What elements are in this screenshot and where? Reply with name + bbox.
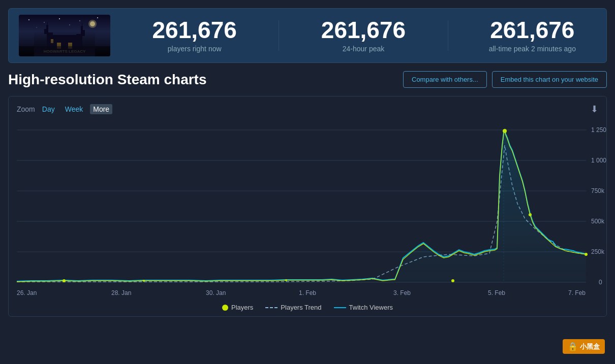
svg-rect-11 xyxy=(47,32,53,56)
svg-rect-13 xyxy=(44,29,48,34)
svg-marker-17 xyxy=(47,22,48,25)
zoom-week-button[interactable]: Week xyxy=(62,104,86,114)
svg-text:26. Jan: 26. Jan xyxy=(17,289,37,296)
zoom-more-button[interactable]: More xyxy=(90,104,112,114)
stat-alltime-peak: 261,676 all-time peak 2 minutes ago xyxy=(469,18,596,53)
chart-svg: 1 250k 1 000k 750k 500k 250k 0 26. Jan 2… xyxy=(17,120,606,297)
players-now-number: 261,676 xyxy=(131,18,258,42)
header-banner: HOGWARTS LEGACY 261,676 players right no… xyxy=(8,8,607,63)
chart-legend: Players Players Trend Twitch Viewers xyxy=(17,304,598,311)
main-content: High-resolution Steam charts Compare wit… xyxy=(8,71,607,317)
twitch-line xyxy=(334,307,346,308)
zoom-controls: Zoom Day Week More ⬇ xyxy=(17,104,598,115)
svg-text:1. Feb: 1. Feb xyxy=(299,289,316,296)
game-image: HOGWARTS LEGACY xyxy=(19,15,110,56)
players-dot xyxy=(222,305,228,311)
legend-players-label: Players xyxy=(231,304,253,311)
watermark: 🔒 小黑盒 xyxy=(563,339,605,354)
svg-text:5. Feb: 5. Feb xyxy=(488,289,505,296)
stat-divider-2 xyxy=(448,20,448,51)
alltime-peak-number: 261,676 xyxy=(469,18,596,42)
legend-twitch-label: Twitch Viewers xyxy=(349,304,393,311)
stat-24h-peak: 261,676 24-hour peak xyxy=(299,18,427,53)
page-title: High-resolution Steam charts xyxy=(8,72,207,88)
svg-point-4 xyxy=(79,20,80,21)
watermark-text: 小黑盒 xyxy=(580,342,600,351)
svg-rect-12 xyxy=(76,34,82,56)
compare-button[interactable]: Compare with others... xyxy=(403,71,487,88)
svg-text:1 000k: 1 000k xyxy=(591,157,606,164)
legend-players-trend-label: Players Trend xyxy=(281,304,321,311)
watermark-icon: 🔒 xyxy=(568,342,578,351)
svg-marker-15 xyxy=(46,25,48,29)
svg-point-9 xyxy=(90,21,95,26)
svg-text:30. Jan: 30. Jan xyxy=(206,289,226,296)
24h-peak-label: 24-hour peak xyxy=(299,45,427,53)
embed-button[interactable]: Embed this chart on your website xyxy=(492,71,607,88)
chart-area: 1 250k 1 000k 750k 500k 250k 0 26. Jan 2… xyxy=(17,120,598,300)
svg-point-2 xyxy=(44,22,45,23)
players-trend-dash xyxy=(265,307,278,308)
chart-container: Zoom Day Week More ⬇ 1 250k xyxy=(8,96,607,317)
stat-divider-1 xyxy=(279,20,279,51)
svg-rect-22 xyxy=(19,46,110,56)
svg-text:500k: 500k xyxy=(591,218,605,225)
alltime-peak-label: all-time peak 2 minutes ago xyxy=(469,45,596,53)
legend-twitch: Twitch Viewers xyxy=(334,304,393,311)
zoom-label: Zoom xyxy=(17,105,35,113)
svg-rect-21 xyxy=(51,39,53,43)
svg-marker-16 xyxy=(81,26,83,30)
svg-point-3 xyxy=(59,18,60,19)
download-icon[interactable]: ⬇ xyxy=(591,104,598,115)
section-header: High-resolution Steam charts Compare wit… xyxy=(8,71,607,88)
svg-point-1 xyxy=(28,19,29,20)
stat-players-now: 261,676 players right now xyxy=(131,18,258,53)
header-buttons: Compare with others... Embed this chart … xyxy=(403,71,607,88)
svg-text:HOGWARTS LEGACY: HOGWARTS LEGACY xyxy=(44,49,86,54)
svg-text:7. Feb: 7. Feb xyxy=(568,289,586,296)
svg-point-7 xyxy=(69,24,70,25)
svg-rect-20 xyxy=(68,43,72,49)
players-now-label: players right now xyxy=(131,45,258,53)
svg-text:250k: 250k xyxy=(591,248,605,255)
svg-rect-19 xyxy=(57,43,61,49)
legend-players: Players xyxy=(222,304,253,311)
svg-text:3. Feb: 3. Feb xyxy=(393,289,411,296)
svg-point-6 xyxy=(36,27,37,27)
svg-point-5 xyxy=(97,17,98,18)
svg-text:0: 0 xyxy=(599,279,602,286)
svg-rect-10 xyxy=(49,35,80,56)
svg-text:28. Jan: 28. Jan xyxy=(111,289,131,296)
svg-marker-18 xyxy=(82,23,82,26)
zoom-day-button[interactable]: Day xyxy=(39,104,58,114)
svg-text:750k: 750k xyxy=(591,187,605,194)
legend-players-trend: Players Trend xyxy=(265,304,321,311)
24h-peak-number: 261,676 xyxy=(299,18,427,42)
svg-rect-14 xyxy=(81,30,85,36)
svg-text:1 250k: 1 250k xyxy=(591,126,606,134)
